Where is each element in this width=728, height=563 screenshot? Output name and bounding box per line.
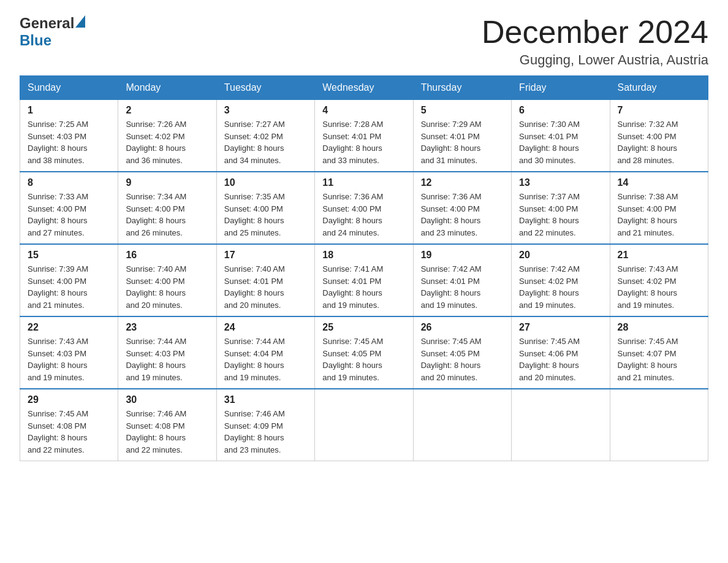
calendar-day-cell: 17 Sunrise: 7:40 AM Sunset: 4:01 PM Dayl…: [216, 244, 314, 316]
day-number: 26: [421, 322, 504, 333]
day-number: 31: [224, 394, 307, 405]
day-info: Sunrise: 7:43 AM Sunset: 4:02 PM Dayligh…: [618, 263, 700, 311]
day-info: Sunrise: 7:39 AM Sunset: 4:00 PM Dayligh…: [28, 263, 110, 311]
day-info: Sunrise: 7:46 AM Sunset: 4:08 PM Dayligh…: [126, 408, 208, 456]
calendar-day-cell: 23 Sunrise: 7:44 AM Sunset: 4:03 PM Dayl…: [118, 316, 216, 389]
day-number: 3: [224, 105, 307, 116]
calendar-day-cell: 18 Sunrise: 7:41 AM Sunset: 4:01 PM Dayl…: [315, 244, 413, 316]
day-number: 19: [421, 250, 504, 261]
calendar-day-cell: 8 Sunrise: 7:33 AM Sunset: 4:00 PM Dayli…: [20, 172, 118, 244]
day-info: Sunrise: 7:45 AM Sunset: 4:06 PM Dayligh…: [519, 335, 602, 383]
day-number: 9: [126, 177, 208, 188]
day-info: Sunrise: 7:41 AM Sunset: 4:01 PM Dayligh…: [322, 263, 405, 311]
day-of-week-header: Friday: [512, 76, 610, 100]
day-number: 29: [28, 394, 110, 405]
calendar-day-cell: 29 Sunrise: 7:45 AM Sunset: 4:08 PM Dayl…: [20, 389, 118, 461]
day-of-week-header: Wednesday: [315, 76, 413, 100]
day-number: 23: [126, 322, 208, 333]
calendar-day-cell: 7 Sunrise: 7:32 AM Sunset: 4:00 PM Dayli…: [610, 100, 708, 172]
day-number: 16: [126, 250, 208, 261]
calendar-day-cell: 11 Sunrise: 7:36 AM Sunset: 4:00 PM Dayl…: [315, 172, 413, 244]
calendar-week-row: 15 Sunrise: 7:39 AM Sunset: 4:00 PM Dayl…: [20, 244, 708, 316]
day-number: 14: [618, 177, 700, 188]
logo-blue-text: Blue: [20, 32, 51, 48]
day-of-week-header: Saturday: [610, 76, 708, 100]
logo-general-text: General: [20, 15, 74, 32]
day-info: Sunrise: 7:42 AM Sunset: 4:01 PM Dayligh…: [421, 263, 504, 311]
day-of-week-header: Monday: [118, 76, 216, 100]
day-number: 30: [126, 394, 208, 405]
day-info: Sunrise: 7:45 AM Sunset: 4:07 PM Dayligh…: [618, 335, 700, 383]
day-number: 11: [322, 177, 405, 188]
day-info: Sunrise: 7:32 AM Sunset: 4:00 PM Dayligh…: [618, 118, 700, 166]
day-info: Sunrise: 7:36 AM Sunset: 4:00 PM Dayligh…: [421, 191, 504, 239]
day-number: 13: [519, 177, 602, 188]
calendar-day-cell: 30 Sunrise: 7:46 AM Sunset: 4:08 PM Dayl…: [118, 389, 216, 461]
svg-marker-0: [75, 15, 85, 28]
day-number: 5: [421, 105, 504, 116]
day-info: Sunrise: 7:36 AM Sunset: 4:00 PM Dayligh…: [322, 191, 405, 239]
day-info: Sunrise: 7:33 AM Sunset: 4:00 PM Dayligh…: [28, 191, 110, 239]
day-info: Sunrise: 7:28 AM Sunset: 4:01 PM Dayligh…: [322, 118, 405, 166]
day-number: 15: [28, 250, 110, 261]
calendar-week-row: 22 Sunrise: 7:43 AM Sunset: 4:03 PM Dayl…: [20, 316, 708, 389]
day-info: Sunrise: 7:45 AM Sunset: 4:05 PM Dayligh…: [421, 335, 504, 383]
calendar-day-cell: 28 Sunrise: 7:45 AM Sunset: 4:07 PM Dayl…: [610, 316, 708, 389]
day-info: Sunrise: 7:44 AM Sunset: 4:03 PM Dayligh…: [126, 335, 208, 383]
day-number: 4: [322, 105, 405, 116]
calendar-day-cell: 19 Sunrise: 7:42 AM Sunset: 4:01 PM Dayl…: [413, 244, 511, 316]
day-info: Sunrise: 7:37 AM Sunset: 4:00 PM Dayligh…: [519, 191, 602, 239]
day-info: Sunrise: 7:40 AM Sunset: 4:00 PM Dayligh…: [126, 263, 208, 311]
day-number: 22: [28, 322, 110, 333]
calendar-day-cell: 6 Sunrise: 7:30 AM Sunset: 4:01 PM Dayli…: [512, 100, 610, 172]
day-number: 20: [519, 250, 602, 261]
day-number: 17: [224, 250, 307, 261]
calendar-day-cell: 31 Sunrise: 7:46 AM Sunset: 4:09 PM Dayl…: [216, 389, 314, 461]
calendar-day-cell: 16 Sunrise: 7:40 AM Sunset: 4:00 PM Dayl…: [118, 244, 216, 316]
calendar-day-cell: 24 Sunrise: 7:44 AM Sunset: 4:04 PM Dayl…: [216, 316, 314, 389]
month-year-title: December 2024: [482, 15, 708, 50]
day-info: Sunrise: 7:43 AM Sunset: 4:03 PM Dayligh…: [28, 335, 110, 383]
day-of-week-header: Sunday: [20, 76, 118, 100]
calendar-day-cell: [315, 389, 413, 461]
day-number: 28: [618, 322, 700, 333]
calendar-day-cell: [610, 389, 708, 461]
day-info: Sunrise: 7:35 AM Sunset: 4:00 PM Dayligh…: [224, 191, 307, 239]
calendar-day-cell: 12 Sunrise: 7:36 AM Sunset: 4:00 PM Dayl…: [413, 172, 511, 244]
calendar-day-cell: [413, 389, 511, 461]
calendar-day-cell: 2 Sunrise: 7:26 AM Sunset: 4:02 PM Dayli…: [118, 100, 216, 172]
day-info: Sunrise: 7:27 AM Sunset: 4:02 PM Dayligh…: [224, 118, 307, 166]
calendar-day-cell: 27 Sunrise: 7:45 AM Sunset: 4:06 PM Dayl…: [512, 316, 610, 389]
calendar-week-row: 29 Sunrise: 7:45 AM Sunset: 4:08 PM Dayl…: [20, 389, 708, 461]
calendar-day-cell: 9 Sunrise: 7:34 AM Sunset: 4:00 PM Dayli…: [118, 172, 216, 244]
day-info: Sunrise: 7:34 AM Sunset: 4:00 PM Dayligh…: [126, 191, 208, 239]
day-info: Sunrise: 7:26 AM Sunset: 4:02 PM Dayligh…: [126, 118, 208, 166]
calendar-day-cell: 21 Sunrise: 7:43 AM Sunset: 4:02 PM Dayl…: [610, 244, 708, 316]
calendar-day-cell: 22 Sunrise: 7:43 AM Sunset: 4:03 PM Dayl…: [20, 316, 118, 389]
calendar-day-cell: 25 Sunrise: 7:45 AM Sunset: 4:05 PM Dayl…: [315, 316, 413, 389]
day-number: 8: [28, 177, 110, 188]
day-number: 18: [322, 250, 405, 261]
day-info: Sunrise: 7:46 AM Sunset: 4:09 PM Dayligh…: [224, 408, 307, 456]
day-number: 10: [224, 177, 307, 188]
day-info: Sunrise: 7:45 AM Sunset: 4:08 PM Dayligh…: [28, 408, 110, 456]
calendar-day-cell: 10 Sunrise: 7:35 AM Sunset: 4:00 PM Dayl…: [216, 172, 314, 244]
day-info: Sunrise: 7:38 AM Sunset: 4:00 PM Dayligh…: [618, 191, 700, 239]
day-number: 12: [421, 177, 504, 188]
days-of-week-row: SundayMondayTuesdayWednesdayThursdayFrid…: [20, 76, 708, 100]
location-subtitle: Gugging, Lower Austria, Austria: [482, 52, 708, 68]
day-info: Sunrise: 7:25 AM Sunset: 4:03 PM Dayligh…: [28, 118, 110, 166]
calendar-day-cell: 4 Sunrise: 7:28 AM Sunset: 4:01 PM Dayli…: [315, 100, 413, 172]
calendar-day-cell: 13 Sunrise: 7:37 AM Sunset: 4:00 PM Dayl…: [512, 172, 610, 244]
calendar-day-cell: 15 Sunrise: 7:39 AM Sunset: 4:00 PM Dayl…: [20, 244, 118, 316]
calendar-day-cell: 14 Sunrise: 7:38 AM Sunset: 4:00 PM Dayl…: [610, 172, 708, 244]
day-of-week-header: Tuesday: [216, 76, 314, 100]
day-info: Sunrise: 7:29 AM Sunset: 4:01 PM Dayligh…: [421, 118, 504, 166]
calendar-week-row: 8 Sunrise: 7:33 AM Sunset: 4:00 PM Dayli…: [20, 172, 708, 244]
day-number: 2: [126, 105, 208, 116]
day-info: Sunrise: 7:42 AM Sunset: 4:02 PM Dayligh…: [519, 263, 602, 311]
calendar-day-cell: 3 Sunrise: 7:27 AM Sunset: 4:02 PM Dayli…: [216, 100, 314, 172]
calendar-table: SundayMondayTuesdayWednesdayThursdayFrid…: [20, 75, 708, 461]
day-info: Sunrise: 7:45 AM Sunset: 4:05 PM Dayligh…: [322, 335, 405, 383]
day-number: 1: [28, 105, 110, 116]
